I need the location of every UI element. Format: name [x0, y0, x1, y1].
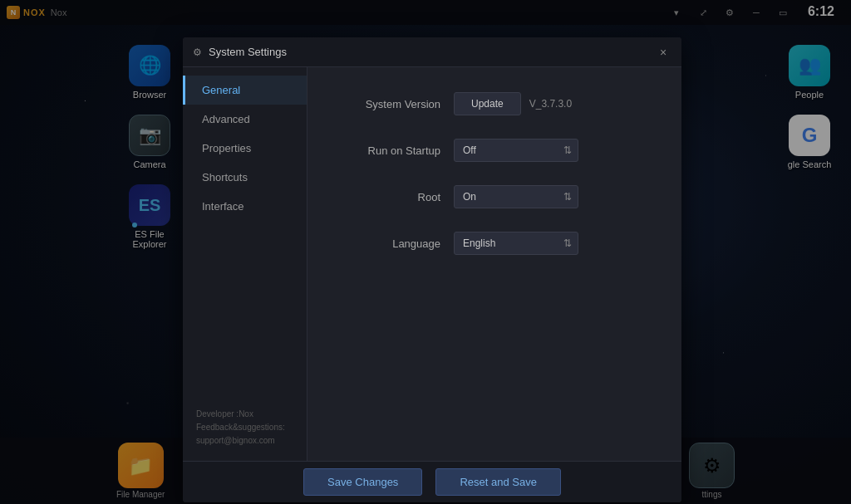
sidebar-item-shortcuts[interactable]: Shortcuts — [183, 163, 307, 192]
footer-feedback: Feedback&suggestions: — [196, 421, 293, 434]
language-row: Language English Chinese Spanish French … — [341, 232, 648, 255]
sidebar-item-interface[interactable]: Interface — [183, 192, 307, 221]
dialog-close-button[interactable]: × — [655, 44, 671, 61]
dialog-gear-icon: ⚙ — [193, 46, 202, 58]
sidebar-footer: Developer :Nox Feedback&suggestions: sup… — [183, 394, 307, 461]
system-version-control: Update V_3.7.3.0 — [454, 92, 572, 115]
language-select[interactable]: English Chinese Spanish French German — [454, 232, 578, 255]
run-on-startup-row: Run on Startup Off On ⇅ — [341, 139, 648, 162]
run-on-startup-select[interactable]: Off On — [454, 139, 578, 162]
language-select-wrapper: English Chinese Spanish French German ⇅ — [454, 232, 578, 255]
language-control: English Chinese Spanish French German ⇅ — [454, 232, 578, 255]
dialog-body: General Advanced Properties Shortcuts In… — [183, 67, 681, 461]
save-changes-button[interactable]: Save Changes — [303, 468, 422, 496]
run-on-startup-label: Run on Startup — [341, 144, 440, 157]
system-version-row: System Version Update V_3.7.3.0 — [341, 92, 648, 115]
sidebar-item-general[interactable]: General — [183, 76, 307, 105]
sidebar-item-properties[interactable]: Properties — [183, 134, 307, 163]
reset-and-save-button[interactable]: Reset and Save — [435, 468, 561, 496]
root-select[interactable]: On Off — [454, 185, 578, 208]
root-label: Root — [341, 191, 440, 203]
system-version-label: System Version — [341, 98, 440, 110]
root-row: Root On Off ⇅ — [341, 185, 648, 208]
root-select-wrapper: On Off ⇅ — [454, 185, 578, 208]
dialog-titlebar: ⚙ System Settings × — [183, 37, 681, 67]
root-control: On Off ⇅ — [454, 185, 578, 208]
footer-developer: Developer :Nox — [196, 408, 293, 421]
language-label: Language — [341, 237, 440, 250]
settings-dialog: ⚙ System Settings × General Advanced Pro… — [183, 37, 681, 502]
run-on-startup-control: Off On ⇅ — [454, 139, 578, 162]
desktop: N NOX Nox ▾ ⤢ ⚙ ─ ▭ 6:12 🌐 Browser 📷 Cam… — [0, 0, 851, 504]
footer-email: support@bignox.com — [196, 434, 293, 448]
dialog-footer: Save Changes Reset and Save — [183, 461, 681, 502]
sidebar-item-advanced[interactable]: Advanced — [183, 105, 307, 134]
dialog-main-content: System Version Update V_3.7.3.0 Run on S… — [307, 67, 681, 461]
run-on-startup-select-wrapper: Off On ⇅ — [454, 139, 578, 162]
dialog-title: System Settings — [209, 46, 648, 58]
dialog-sidebar: General Advanced Properties Shortcuts In… — [183, 67, 307, 461]
version-value: V_3.7.3.0 — [529, 98, 572, 110]
update-button[interactable]: Update — [454, 92, 521, 115]
